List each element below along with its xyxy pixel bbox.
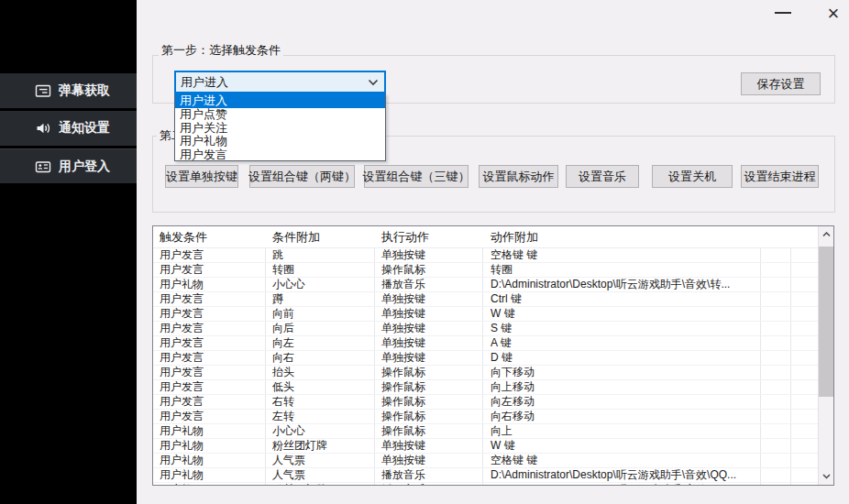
dropdown-option[interactable]: 用户发言 [175, 148, 385, 162]
chevron-down-icon [368, 79, 379, 86]
trigger-dropdown-list: 用户进入 用户点赞 用户关注 用户礼物 用户发言 [174, 93, 386, 161]
column-header-action[interactable]: 执行动作 [381, 226, 429, 248]
table-row[interactable]: 用户礼物人气票单独按键空格键 键 [153, 454, 818, 468]
sidebar: 弹幕获取 通知设置 用户登入 [0, 0, 137, 504]
speaker-icon [35, 120, 51, 137]
set-single-key-button[interactable]: 设置单独按键 [165, 165, 238, 188]
mappings-table: 触发条件 条件附加 执行动作 动作附加 用户发言跳单独按键空格键 键 用户发言转… [152, 225, 834, 486]
set-kill-process-button[interactable]: 设置结束进程 [741, 165, 819, 188]
sidebar-item-label: 弹幕获取 [59, 82, 110, 99]
set-mouse-action-button[interactable]: 设置鼠标动作 [479, 165, 558, 188]
table-header: 触发条件 条件附加 执行动作 动作附加 [153, 226, 818, 248]
table-row[interactable]: 用户发言右转操作鼠标向左移动 [153, 395, 818, 410]
column-header-condition[interactable]: 条件附加 [272, 226, 320, 248]
set-combo3-key-button[interactable]: 设置组合键（三键） [364, 165, 469, 188]
table-row[interactable]: 用户发言抬头操作鼠标向下移动 [153, 366, 818, 380]
combobox-value: 用户进入 [176, 74, 368, 91]
set-music-button[interactable]: 设置音乐 [566, 165, 639, 188]
chevron-up-icon [822, 232, 831, 237]
vertical-scrollbar[interactable] [818, 226, 833, 485]
scrollbar-thumb[interactable] [819, 247, 833, 397]
table-row[interactable]: 用户发言跳单独按键空格键 键 [153, 248, 818, 263]
table-row[interactable]: 用户发言向后单独按键S 键 [153, 322, 818, 336]
dropdown-option[interactable]: 用户礼物 [175, 135, 385, 148]
set-shutdown-button[interactable]: 设置关机 [652, 165, 733, 188]
sidebar-item-label: 通知设置 [59, 120, 110, 137]
danmaku-list-icon [35, 82, 51, 99]
sidebar-item-danmaku[interactable]: 弹幕获取 [0, 73, 137, 108]
table-row[interactable]: 用户发言向前单独按键W 键 [153, 307, 818, 322]
action-button-row: 设置单独按键 设置组合键（两键） 设置组合键（三键） 设置鼠标动作 设置音乐 设… [0, 165, 849, 188]
dropdown-option[interactable]: 用户关注 [175, 122, 385, 136]
sidebar-item-notify[interactable]: 通知设置 [0, 111, 137, 146]
table-row[interactable]: 用户发言转圈操作鼠标转圈 [153, 263, 818, 278]
table-row[interactable]: 用户礼物小心心操作鼠标向上 [153, 424, 818, 439]
save-settings-button[interactable]: 保存设置 [741, 72, 821, 95]
dropdown-option[interactable]: 用户进入 [175, 94, 385, 108]
chevron-down-icon [822, 474, 831, 479]
table-row[interactable]: 用户礼物粉丝团灯牌播放音乐D:\Administrator\Desktop\听云… [153, 483, 818, 485]
dropdown-option[interactable]: 用户点赞 [175, 108, 385, 122]
table-row[interactable]: 用户发言向左单独按键A 键 [153, 336, 818, 351]
trigger-condition-combobox[interactable]: 用户进入 [174, 71, 386, 93]
minimize-button[interactable] [775, 12, 791, 14]
table-body: 用户发言跳单独按键空格键 键 用户发言转圈操作鼠标转圈 用户礼物小心心播放音乐D… [153, 248, 818, 485]
table-row[interactable]: 用户发言低头操作鼠标向上移动 [153, 380, 818, 395]
table-row[interactable]: 用户礼物粉丝团灯牌单独按键W 键 [153, 439, 818, 454]
table-row[interactable]: 用户发言向右单独按键D 键 [153, 351, 818, 366]
table-row[interactable]: 用户礼物人气票播放音乐D:\Administrator\Desktop\听云游戏… [153, 468, 818, 483]
scroll-up-button[interactable] [819, 226, 834, 243]
scroll-down-button[interactable] [819, 468, 834, 485]
table-row[interactable]: 用户礼物小心心播放音乐D:\Administrator\Desktop\听云游戏… [153, 278, 818, 292]
step1-title: 第一步：选择触发条件 [159, 44, 283, 57]
column-header-trigger[interactable]: 触发条件 [160, 226, 207, 248]
table-row[interactable]: 用户发言蹲单独按键Ctrl 键 [153, 292, 818, 307]
column-header-action-extra[interactable]: 动作附加 [491, 226, 538, 248]
close-button[interactable]: × [821, 1, 845, 27]
set-combo2-key-button[interactable]: 设置组合键（两键） [249, 165, 355, 188]
table-row[interactable]: 用户发言左转操作鼠标向右移动 [153, 410, 818, 424]
